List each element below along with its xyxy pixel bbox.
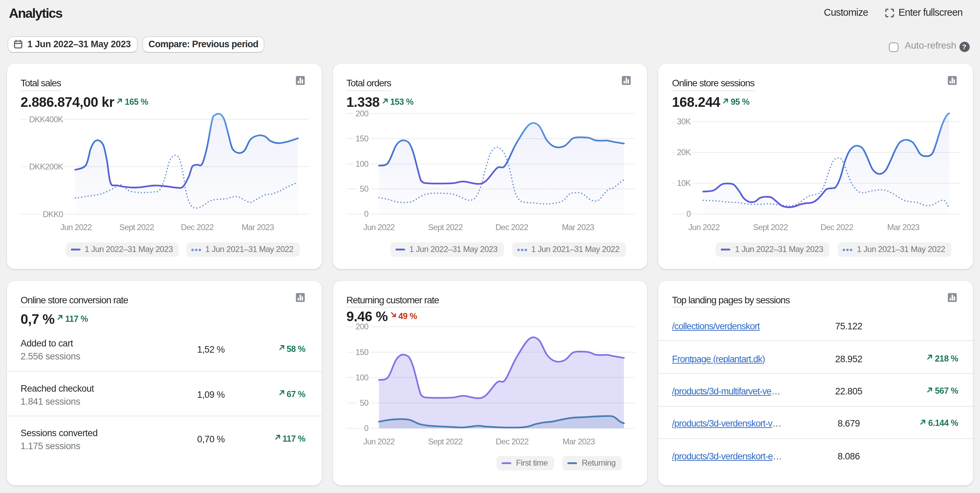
- svg-text:DKK0: DKK0: [43, 210, 64, 219]
- svg-text:Sept 2022: Sept 2022: [119, 223, 154, 232]
- svg-text:Mar 2023: Mar 2023: [242, 223, 274, 232]
- svg-text:DKK200K: DKK200K: [29, 162, 64, 171]
- svg-text:0: 0: [687, 209, 691, 218]
- svg-text:150: 150: [355, 134, 368, 143]
- svg-text:Mar 2023: Mar 2023: [888, 223, 920, 232]
- svg-text:Mar 2023: Mar 2023: [562, 223, 594, 232]
- svg-text:Mar 2023: Mar 2023: [562, 437, 595, 446]
- svg-text:Dec 2022: Dec 2022: [821, 223, 854, 232]
- svg-text:Dec 2022: Dec 2022: [495, 437, 528, 446]
- svg-text:150: 150: [355, 347, 368, 356]
- svg-text:200: 200: [355, 109, 368, 118]
- svg-text:Jun 2022: Jun 2022: [689, 223, 720, 232]
- svg-text:20K: 20K: [677, 148, 691, 157]
- svg-text:Sept 2022: Sept 2022: [753, 223, 788, 232]
- svg-text:100: 100: [355, 159, 368, 169]
- svg-text:Jun 2022: Jun 2022: [363, 223, 395, 232]
- svg-text:30K: 30K: [677, 117, 691, 126]
- svg-text:Dec 2022: Dec 2022: [181, 223, 214, 232]
- svg-text:100: 100: [355, 372, 368, 382]
- svg-text:Sept 2022: Sept 2022: [428, 437, 463, 446]
- svg-text:Jun 2022: Jun 2022: [60, 223, 92, 232]
- svg-text:Sept 2022: Sept 2022: [428, 223, 463, 232]
- svg-text:0: 0: [364, 209, 368, 218]
- svg-text:0: 0: [364, 423, 368, 433]
- svg-text:DKK400K: DKK400K: [29, 115, 64, 124]
- svg-text:10K: 10K: [677, 178, 691, 188]
- svg-text:50: 50: [360, 398, 368, 407]
- svg-text:200: 200: [355, 321, 368, 331]
- svg-text:50: 50: [360, 184, 368, 193]
- svg-text:Dec 2022: Dec 2022: [495, 223, 528, 232]
- svg-text:Jun 2022: Jun 2022: [363, 437, 395, 446]
